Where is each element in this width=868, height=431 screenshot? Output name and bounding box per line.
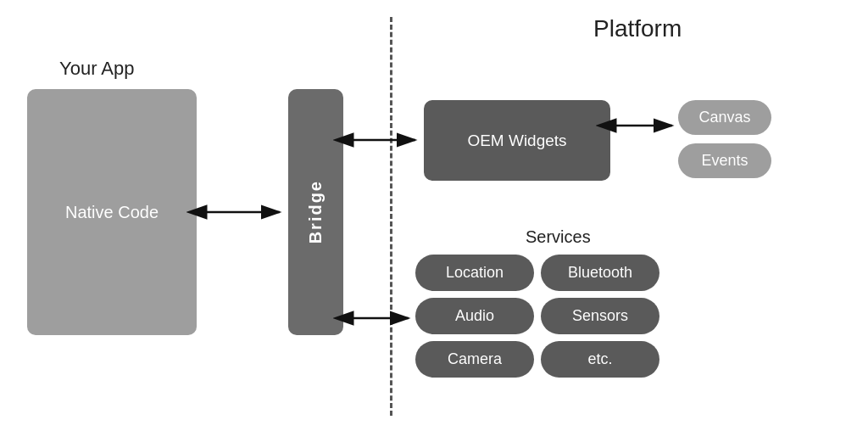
your-app-label: Your App bbox=[59, 58, 135, 80]
canvas-pill: Canvas bbox=[678, 100, 771, 135]
audio-pill: Audio bbox=[415, 298, 534, 334]
bridge-label: Bridge bbox=[306, 180, 326, 243]
diagram: Your App Platform Native Code Bridge OEM… bbox=[0, 0, 868, 431]
bridge-box: Bridge bbox=[288, 89, 343, 335]
camera-pill: Camera bbox=[415, 341, 534, 378]
canvas-events-group: Canvas Events bbox=[678, 100, 771, 178]
oem-widgets-box: OEM Widgets bbox=[424, 100, 610, 181]
native-code-label: Native Code bbox=[65, 203, 159, 222]
oem-widgets-label: OEM Widgets bbox=[467, 132, 566, 150]
etc-pill: etc. bbox=[541, 341, 659, 378]
sensors-pill: Sensors bbox=[541, 298, 659, 334]
platform-label: Platform bbox=[593, 15, 682, 42]
bluetooth-pill: Bluetooth bbox=[541, 255, 659, 291]
services-label: Services bbox=[526, 227, 591, 247]
services-grid: Location Bluetooth Audio Sensors Camera … bbox=[415, 255, 659, 378]
your-app-box: Native Code bbox=[27, 89, 197, 335]
events-pill: Events bbox=[678, 143, 771, 178]
location-pill: Location bbox=[415, 255, 534, 291]
divider-line bbox=[390, 17, 392, 416]
